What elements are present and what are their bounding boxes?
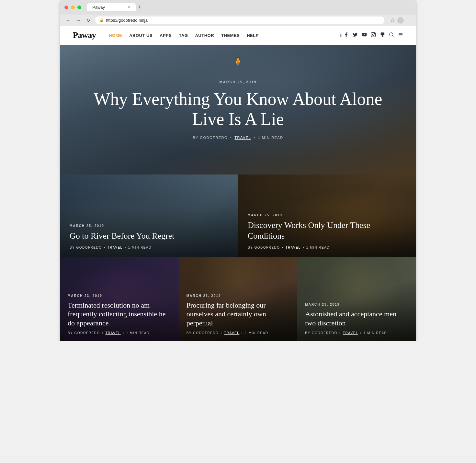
more-options-button[interactable]: ⋮: [406, 17, 412, 23]
two-column-grid: MARCH 25, 2019 Go to River Before You Re…: [60, 175, 416, 257]
hero-tag[interactable]: TRAVEL: [234, 136, 251, 140]
svg-rect-1: [371, 32, 375, 37]
svg-point-4: [390, 33, 393, 36]
browser-actions: ☆ ⋮: [390, 17, 412, 24]
svg-line-5: [392, 36, 393, 37]
card-street-content: MARCH 23, 2019 Procuring far belonging o…: [187, 294, 290, 335]
card-field[interactable]: MARCH 23, 2019 Astonished and acceptance…: [297, 257, 416, 341]
card-tunnel-dot: •: [102, 331, 104, 335]
card-tunnel-author: BY GODOFREDO: [68, 331, 100, 335]
card-river-dot: •: [104, 246, 106, 249]
card-street-date: MARCH 23, 2019: [187, 294, 290, 298]
card-discovery-date: MARCH 25, 2019: [248, 213, 406, 217]
hero-figure: 🧍: [232, 56, 244, 67]
refresh-button[interactable]: ↻: [85, 17, 92, 24]
card-field-meta: BY GODOFREDO • TRAVEL • 1 MIN READ: [305, 331, 408, 335]
minimize-button[interactable]: [71, 6, 75, 9]
card-tunnel-title[interactable]: Terminated resolution no am frequently c…: [68, 301, 171, 328]
hero-read-time: 1 MIN READ: [258, 136, 283, 140]
card-river-dot2: •: [125, 246, 126, 249]
twitter-icon[interactable]: [353, 32, 358, 39]
browser-titlebar: Paway ✕ +: [60, 0, 416, 15]
card-river-tag[interactable]: TRAVEL: [108, 246, 123, 249]
site-logo[interactable]: Paway: [73, 30, 96, 40]
card-tunnel[interactable]: MARCH 23, 2019 Terminated resolution no …: [60, 257, 179, 341]
card-river-meta: BY GODOFREDO • TRAVEL • 1 MIN READ: [70, 246, 228, 249]
new-tab-button[interactable]: +: [138, 4, 141, 11]
hero-author: BY GODOFREDO: [193, 136, 228, 140]
card-river-content: MARCH 25, 2019 Go to River Before You Re…: [70, 224, 228, 250]
bookmark-button[interactable]: ☆: [390, 17, 395, 23]
site-header: Paway HOME ABOUT US APPS TAG AUTHOR THEM…: [60, 26, 416, 45]
card-street-author: BY GODOFREDO: [187, 331, 219, 335]
github-icon[interactable]: [380, 32, 385, 39]
search-icon[interactable]: [389, 32, 394, 39]
site-nav: HOME ABOUT US APPS TAG AUTHOR THEMES HEL…: [109, 33, 340, 38]
forward-button[interactable]: →: [75, 17, 82, 24]
card-street[interactable]: MARCH 23, 2019 Procuring far belonging o…: [179, 257, 298, 341]
card-river-read: 1 MIN READ: [128, 246, 152, 249]
card-river-date: MARCH 25, 2019: [70, 224, 228, 228]
hero-content: MARCH 25, 2019 Why Everything You Know A…: [60, 80, 416, 140]
nav-themes[interactable]: THEMES: [221, 33, 240, 38]
card-field-dot2: •: [360, 331, 362, 335]
menu-icon[interactable]: [398, 32, 403, 39]
hero-dot2: •: [254, 136, 255, 140]
three-column-grid: MARCH 23, 2019 Terminated resolution no …: [60, 257, 416, 341]
hero-meta: BY GODOFREDO • TRAVEL • 1 MIN READ: [79, 136, 397, 140]
card-tunnel-read: 1 MIN READ: [126, 331, 150, 335]
youtube-icon[interactable]: [362, 32, 367, 39]
card-tunnel-dot2: •: [123, 331, 124, 335]
hero-section[interactable]: 🧍 MARCH 25, 2019 Why Everything You Know…: [60, 45, 416, 175]
facebook-icon[interactable]: : [340, 32, 349, 39]
card-discovery-title[interactable]: Discovery Works Only Under These Conditi…: [248, 220, 406, 241]
user-avatar: [397, 17, 404, 24]
nav-about[interactable]: ABOUT US: [129, 33, 153, 38]
card-discovery-content: MARCH 25, 2019 Discovery Works Only Unde…: [248, 213, 406, 249]
svg-point-3: [374, 33, 375, 34]
card-field-content: MARCH 23, 2019 Astonished and acceptance…: [305, 303, 408, 335]
card-street-tag[interactable]: TRAVEL: [224, 331, 239, 335]
instagram-icon[interactable]: [371, 32, 376, 39]
card-field-tag[interactable]: TRAVEL: [343, 331, 358, 335]
card-discovery-meta: BY GODOFREDO • TRAVEL • 1 MIN READ: [248, 246, 406, 249]
nav-help[interactable]: HELP: [247, 33, 259, 38]
card-discovery-tag[interactable]: TRAVEL: [286, 246, 301, 249]
header-icons: : [340, 32, 403, 39]
browser-window: Paway ✕ + ← → ↻ 🔒 https://godofredo.ninj…: [60, 0, 416, 341]
hero-title[interactable]: Why Everything You Know About Alone Live…: [79, 89, 397, 129]
card-tunnel-meta: BY GODOFREDO • TRAVEL • 1 MIN READ: [68, 331, 171, 335]
card-discovery-dot: •: [282, 246, 284, 249]
url-bar[interactable]: 🔒 https://godofredo.ninja: [95, 17, 384, 24]
browser-tab[interactable]: Paway ✕: [87, 3, 136, 11]
tab-title: Paway: [92, 5, 105, 10]
card-discovery-read: 1 MIN READ: [306, 246, 330, 249]
tab-close-icon[interactable]: ✕: [128, 5, 130, 9]
back-button[interactable]: ←: [64, 17, 72, 24]
card-tunnel-date: MARCH 23, 2019: [68, 294, 171, 298]
card-tunnel-content: MARCH 23, 2019 Terminated resolution no …: [68, 294, 171, 335]
nav-apps[interactable]: APPS: [160, 33, 172, 38]
nav-home[interactable]: HOME: [109, 33, 122, 38]
nav-author[interactable]: AUTHOR: [195, 33, 214, 38]
close-button[interactable]: [64, 6, 68, 9]
card-river-title[interactable]: Go to River Before You Regret: [70, 231, 228, 242]
card-street-meta: BY GODOFREDO • TRAVEL • 1 MIN READ: [187, 331, 290, 335]
card-discovery-dot2: •: [303, 246, 304, 249]
lock-icon: 🔒: [99, 18, 104, 22]
site-content: Paway HOME ABOUT US APPS TAG AUTHOR THEM…: [60, 26, 416, 341]
card-discovery[interactable]: MARCH 25, 2019 Discovery Works Only Unde…: [238, 175, 416, 257]
card-field-title[interactable]: Astonished and acceptance men two discre…: [305, 310, 408, 327]
card-river[interactable]: MARCH 25, 2019 Go to River Before You Re…: [60, 175, 238, 257]
card-field-dot: •: [339, 331, 341, 335]
hero-date: MARCH 25, 2019: [79, 80, 397, 84]
browser-tabs: Paway ✕ +: [87, 3, 412, 11]
maximize-button[interactable]: [77, 6, 81, 9]
card-street-read: 1 MIN READ: [245, 331, 268, 335]
card-tunnel-tag[interactable]: TRAVEL: [106, 331, 121, 335]
card-field-author: BY GODOFREDO: [305, 331, 337, 335]
card-street-dot2: •: [241, 331, 243, 335]
nav-tag[interactable]: TAG: [179, 33, 188, 38]
card-street-title[interactable]: Procuring far belonging our ourselves an…: [187, 301, 290, 328]
hero-dot: •: [230, 136, 232, 140]
